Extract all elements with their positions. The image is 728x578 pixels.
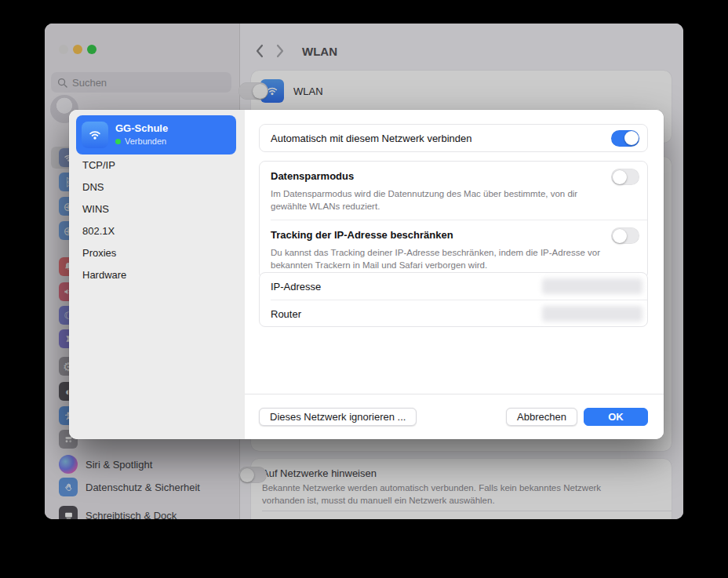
router-label: Router — [271, 308, 301, 320]
ignore-network-button[interactable]: Dieses Netzwerk ignorieren ... — [259, 408, 417, 426]
router-row: Router — [260, 300, 647, 327]
low-data-description: Im Datensparmodus wird die Datennutzung … — [271, 187, 625, 213]
sheet-footer: Dieses Netzwerk ignorieren ... Abbrechen… — [245, 394, 664, 438]
network-details-sheet: GG-Schule Verbunden TCP/IP DNS WINS 802.… — [69, 110, 664, 439]
low-data-label: Datensparmodus — [271, 169, 354, 182]
options-card: Datensparmodus Im Datensparmodus wird di… — [259, 161, 648, 279]
low-data-section: Datensparmodus Im Datensparmodus wird di… — [260, 162, 647, 220]
cancel-button[interactable]: Abbrechen — [506, 408, 577, 426]
auto-join-card: Automatisch mit diesem Netzwerk verbinde… — [259, 124, 648, 152]
ip-address-value-redacted — [542, 278, 642, 294]
wifi-tile-icon — [82, 122, 108, 148]
desktop: { "window": { "header": { "title": "WLAN… — [0, 0, 728, 578]
sheet-sidebar-item-tcpip[interactable]: TCP/IP — [69, 154, 245, 176]
sheet-sidebar-item-hardware[interactable]: Hardware — [69, 264, 245, 286]
limit-tracking-label: Tracking der IP-Adresse beschränken — [271, 227, 453, 241]
settings-window: Suchen ᛒ ⊕ ⊕ — [45, 24, 683, 519]
sheet-sidebar-item-dns[interactable]: DNS — [69, 176, 245, 198]
sheet-tabs: TCP/IP DNS WINS 802.1X Proxies Hardware — [69, 154, 245, 286]
limit-tracking-toggle[interactable] — [611, 227, 639, 244]
connected-dot-icon — [115, 139, 121, 144]
ip-address-row: IP-Adresse — [260, 273, 647, 300]
sheet-sidebar-item-wins[interactable]: WINS — [69, 198, 245, 220]
sheet-content: Automatisch mit diesem Netzwerk verbinde… — [245, 110, 664, 439]
limit-tracking-section: Tracking der IP-Adresse beschränken Du k… — [260, 220, 647, 278]
auto-join-label: Automatisch mit diesem Netzwerk verbinde… — [271, 133, 472, 144]
sheet-sidebar-item-network[interactable]: GG-Schule Verbunden — [76, 115, 236, 154]
network-status: Verbunden — [125, 136, 166, 146]
network-name: GG-Schule — [115, 122, 168, 134]
low-data-toggle[interactable] — [611, 169, 639, 185]
address-card: IP-Adresse Router — [259, 272, 648, 327]
limit-tracking-description: Du kannst das Tracking deiner IP-Adresse… — [271, 246, 625, 271]
sheet-sidebar-item-proxies[interactable]: Proxies — [69, 242, 245, 264]
ok-button[interactable]: OK — [584, 408, 648, 426]
auto-join-toggle[interactable] — [611, 130, 639, 147]
sheet-sidebar-item-8021x[interactable]: 802.1X — [69, 220, 245, 242]
ip-address-label: IP-Adresse — [271, 281, 321, 293]
sheet-sidebar: GG-Schule Verbunden TCP/IP DNS WINS 802.… — [69, 110, 245, 439]
router-value-redacted — [542, 306, 642, 322]
